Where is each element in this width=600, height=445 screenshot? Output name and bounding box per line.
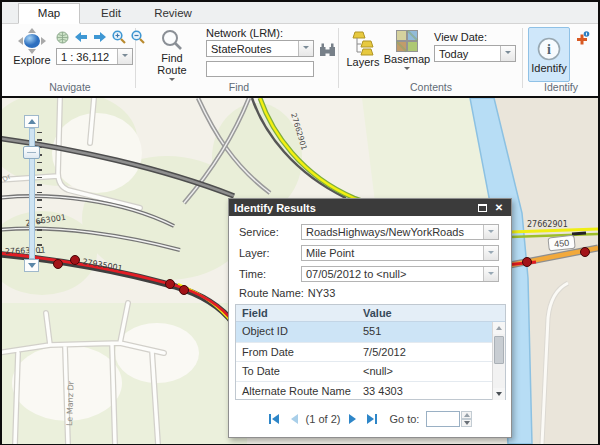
group-navigate: Explore 1 : 36,112 Navigate xyxy=(6,26,134,94)
triangle-up-icon xyxy=(28,115,36,124)
binoculars-icon[interactable] xyxy=(319,42,336,57)
navigate-group-label: Navigate xyxy=(6,81,134,93)
table-row[interactable]: From Date 7/5/2012 xyxy=(236,342,505,362)
maximize-button[interactable] xyxy=(475,201,489,214)
zoom-slider-handle[interactable] xyxy=(23,146,40,159)
network-secondary-input[interactable] xyxy=(206,61,314,77)
layers-button[interactable]: Layers xyxy=(344,30,382,68)
zoom-slider-in-button[interactable] xyxy=(24,115,39,128)
view-date-dropdown-button[interactable] xyxy=(500,46,515,61)
pagination-bar: (1 of 2) Go to: xyxy=(229,408,511,430)
group-find: Find Route Network (LRM): StateRoutes Fi… xyxy=(142,26,336,94)
cell-value: <null> xyxy=(357,362,505,381)
chevron-down-icon xyxy=(303,46,309,52)
last-page-button[interactable] xyxy=(365,413,378,425)
service-label: Service: xyxy=(239,226,301,238)
cell-value: 551 xyxy=(357,322,505,342)
tab-edit[interactable]: Edit xyxy=(80,4,142,23)
service-dropdown-button[interactable] xyxy=(483,225,498,239)
find-route-magnifier-icon xyxy=(160,28,184,52)
previous-page-button[interactable] xyxy=(288,413,299,425)
close-icon: ✕ xyxy=(495,202,503,213)
table-row[interactable]: Object ID 551 xyxy=(236,322,505,342)
scrollbar-thumb[interactable] xyxy=(494,336,504,364)
route-name-value: NY33 xyxy=(308,287,336,299)
map-zoom-slider[interactable] xyxy=(24,115,42,275)
network-lrm-combo[interactable]: StateRoutes xyxy=(206,40,314,57)
dialog-title: Identify Results xyxy=(234,202,316,214)
table-row[interactable]: To Date <null> xyxy=(236,361,505,381)
find-group-label: Find xyxy=(142,81,336,93)
back-arrow-icon[interactable] xyxy=(74,31,88,43)
spinner-down-icon[interactable] xyxy=(461,419,472,427)
view-date-label: View Date: xyxy=(434,31,487,43)
forward-arrow-icon[interactable] xyxy=(93,31,107,43)
layer-row: Layer: Mile Point xyxy=(239,245,499,261)
page-indicator: (1 of 2) xyxy=(306,413,341,425)
close-button[interactable]: ✕ xyxy=(492,201,506,214)
identify-icon: i xyxy=(536,36,562,62)
time-dropdown-button[interactable] xyxy=(483,267,498,281)
group-separator xyxy=(338,28,339,88)
chevron-down-icon xyxy=(122,54,128,60)
find-route-label-1: Find xyxy=(161,52,182,64)
scale-dropdown-button[interactable] xyxy=(117,49,132,64)
scroll-up-button[interactable] xyxy=(493,322,505,334)
table-scrollbar[interactable] xyxy=(492,322,505,400)
identify-group-label: Identify xyxy=(526,81,596,93)
chevron-down-icon xyxy=(404,67,410,73)
cell-field: To Date xyxy=(236,362,357,381)
basemap-button[interactable]: Basemap xyxy=(384,30,430,73)
globe-icon[interactable] xyxy=(56,31,69,44)
table-row[interactable]: Alternate Route Name 33 4303 xyxy=(236,381,505,401)
zoom-slider-out-button[interactable] xyxy=(24,259,39,272)
cell-value: 7/5/2012 xyxy=(357,343,505,362)
zoom-in-icon[interactable] xyxy=(112,30,126,44)
layer-dropdown-button[interactable] xyxy=(483,246,498,260)
map-scale-combo[interactable]: 1 : 36,112 xyxy=(56,48,133,65)
value-column-header: Value xyxy=(357,305,505,321)
tab-map[interactable]: Map xyxy=(18,3,80,24)
time-combo[interactable]: 07/05/2012 to <null> xyxy=(301,266,499,282)
spinner-up-icon[interactable] xyxy=(461,411,472,419)
attribute-table: Field Value Object ID 551 From Date 7/5/… xyxy=(235,304,506,400)
first-page-button[interactable] xyxy=(268,413,281,425)
map-canvas[interactable]: 450 27663001 27663101 27935001 27662901 … xyxy=(2,96,598,444)
group-contents: Layers Basemap View Date: Today Contents xyxy=(342,26,520,94)
service-combo[interactable]: RoadsHighways/NewYorkRoads xyxy=(301,224,499,240)
cell-field: From Date xyxy=(236,343,357,362)
nav-icon-row xyxy=(56,30,145,44)
route-name-label: Route Name: xyxy=(239,287,304,299)
layers-icon xyxy=(350,30,376,56)
tab-review[interactable]: Review xyxy=(142,4,204,23)
route-name-row: Route Name: NY33 xyxy=(239,287,335,299)
chevron-down-icon xyxy=(505,51,511,57)
table-body: Object ID 551 From Date 7/5/2012 To Date… xyxy=(236,322,505,400)
identify-route-plus-icon[interactable] xyxy=(575,31,590,46)
cell-value: 33 4303 xyxy=(357,382,505,401)
network-dropdown-button[interactable] xyxy=(298,41,313,56)
map-scale-value: 1 : 36,112 xyxy=(57,51,117,63)
identify-button[interactable]: i Identify xyxy=(528,27,570,82)
dialog-titlebar[interactable]: Identify Results ✕ xyxy=(229,199,511,216)
street-label-le-manz-dr: Le Manz Dr xyxy=(65,380,76,426)
view-date-combo[interactable]: Today xyxy=(434,45,516,62)
find-route-button[interactable]: Find Route xyxy=(150,28,194,84)
explore-label: Explore xyxy=(13,54,50,66)
svg-text:i: i xyxy=(547,42,551,57)
chevron-down-icon xyxy=(488,272,494,278)
goto-spinner[interactable] xyxy=(461,411,472,427)
explore-button[interactable]: Explore xyxy=(10,28,54,66)
find-route-label-2: Route xyxy=(157,64,186,76)
contents-group-label: Contents xyxy=(342,81,520,93)
triangle-down-icon xyxy=(28,263,36,272)
network-lrm-value: StateRoutes xyxy=(207,43,298,55)
next-page-button[interactable] xyxy=(347,413,358,425)
goto-label: Go to: xyxy=(389,413,419,425)
scroll-down-button[interactable] xyxy=(493,388,505,400)
basemap-label: Basemap xyxy=(384,53,430,65)
layer-combo[interactable]: Mile Point xyxy=(301,245,499,261)
goto-page-input[interactable] xyxy=(426,411,460,427)
triangle-down-icon xyxy=(496,392,502,399)
time-value: 07/05/2012 to <null> xyxy=(302,267,483,281)
